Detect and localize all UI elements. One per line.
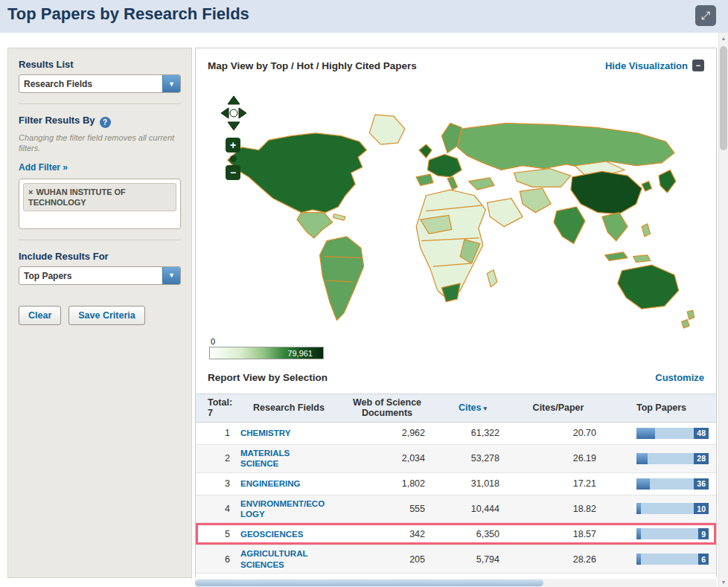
bar-fill [636, 428, 655, 439]
country-south-america[interactable] [320, 237, 364, 320]
filter-chip: ×WUHAN INSTITUTE OF TECHNOLOGY [23, 183, 176, 212]
country-caribbean[interactable] [333, 214, 345, 221]
map-pan-control[interactable] [220, 94, 248, 135]
top-papers-cell: 9 [607, 528, 716, 539]
cites-cell: 53,278 [435, 453, 510, 463]
total-label: Total: [208, 397, 237, 408]
country-italy[interactable] [447, 177, 457, 190]
filter-note: Changing the filter field removes all cu… [19, 132, 181, 154]
country-new-zealand-south[interactable] [682, 319, 689, 327]
zoom-out-button[interactable]: − [226, 165, 240, 180]
vertical-scrollbar[interactable]: ▲ ▼ [718, 33, 728, 587]
scroll-up-icon[interactable]: ▲ [719, 33, 728, 43]
country-turkey[interactable] [469, 178, 494, 190]
rank-cell: 2 [196, 453, 239, 463]
customize-link[interactable]: Customize [655, 372, 704, 383]
world-map[interactable] [208, 83, 704, 361]
country-indonesia[interactable] [605, 252, 628, 260]
add-filter-link[interactable]: Add Filter » [19, 162, 68, 173]
top-papers-cell: 28 [607, 453, 716, 464]
bar-value: 10 [694, 503, 709, 514]
research-field-link[interactable]: ENGINEERING [239, 475, 339, 492]
main-panel: Map View by Top / Hot / Highly Cited Pap… [195, 48, 717, 577]
cites-per-paper-cell: 28.26 [510, 554, 607, 565]
country-spain[interactable] [416, 174, 433, 185]
research-field-link[interactable]: GEOSCIENCES [239, 526, 339, 542]
wos-documents-cell: 2,962 [339, 428, 435, 438]
horizontal-scrollbar[interactable] [195, 579, 717, 587]
country-india[interactable] [554, 207, 585, 244]
rank-cell: 4 [196, 504, 239, 514]
column-cites-sort[interactable]: Cites▾ [435, 400, 510, 416]
horizontal-scrollbar-thumb[interactable] [195, 580, 543, 586]
include-results-dropdown[interactable]: Top Papers ▼ [19, 266, 181, 285]
chevron-down-icon: ▼ [162, 75, 180, 92]
clear-button[interactable]: Clear [19, 306, 61, 325]
research-field-link[interactable]: CHEMISTRY [239, 425, 339, 441]
bar-fill [636, 453, 648, 464]
table-row-highlighted: 5 GEOSCIENCES 342 6,350 18.57 9 [196, 523, 716, 545]
top-papers-bar: 36 [636, 478, 709, 490]
country-mexico[interactable] [297, 213, 333, 238]
bar-value: 28 [694, 453, 709, 464]
bar-value: 9 [698, 528, 709, 539]
country-new-zealand-north[interactable] [687, 310, 695, 319]
country-central-asia[interactable] [514, 169, 571, 187]
pan-up-icon [228, 96, 240, 104]
hide-visualization-link[interactable]: Hide Visualization − [605, 60, 704, 71]
world-map-container[interactable]: + − 0 79,961 [208, 83, 704, 361]
results-list-dropdown[interactable]: Research Fields ▼ [19, 74, 181, 93]
country-china[interactable] [571, 171, 642, 214]
column-top-papers: Top Papers [607, 400, 716, 416]
country-philippines[interactable] [642, 224, 650, 237]
country-uk[interactable] [419, 144, 432, 158]
vertical-scrollbar-thumb[interactable] [720, 46, 727, 150]
country-indonesia-east[interactable] [633, 255, 651, 263]
research-field-link[interactable]: AGRICULTURAL SCIENCES [239, 545, 339, 573]
country-greenland[interactable] [369, 115, 405, 144]
remove-filter-icon[interactable]: × [28, 187, 33, 196]
filter-results-label: Filter Results By? [19, 115, 181, 128]
research-field-link[interactable]: MATERIALS SCIENCE [239, 445, 339, 472]
top-papers-cell: 10 [607, 503, 716, 514]
country-europe[interactable] [427, 154, 462, 176]
table-row: 3 ENGINEERING 1,802 31,018 17.21 36 [196, 473, 716, 495]
results-list-label: Results List [19, 59, 181, 70]
country-saudi-arabia[interactable] [487, 199, 523, 227]
country-north-america[interactable] [228, 133, 367, 213]
results-list-value: Research Fields [19, 75, 162, 92]
map-legend: 0 79,961 [209, 337, 324, 359]
table-body: 1 CHEMISTRY 2,962 61,322 20.70 48 2 MATE… [196, 423, 716, 587]
zoom-in-button[interactable]: + [226, 138, 240, 153]
bar-value: 48 [694, 428, 709, 439]
fullscreen-icon[interactable]: ⤢ [695, 5, 716, 26]
country-russia[interactable] [457, 124, 674, 170]
bar-fill [636, 478, 650, 490]
country-iran[interactable] [520, 188, 551, 212]
country-japan[interactable] [659, 170, 676, 192]
pan-down-icon [228, 122, 240, 130]
bar-value: 6 [698, 554, 709, 565]
top-papers-bar: 48 [636, 428, 709, 439]
research-field-link[interactable]: ENVIRONMENT/ECOLOGY [239, 495, 339, 523]
report-view-title: Report View by Selection [208, 372, 328, 383]
divider [19, 103, 181, 104]
collapse-icon: − [692, 60, 704, 71]
country-southeast-asia[interactable] [602, 213, 628, 241]
legend-gradient-bar: 79,961 [209, 347, 324, 359]
bar-fill [636, 528, 641, 539]
total-header: Total: 7 [196, 394, 239, 422]
column-cites-label: Cites [459, 402, 482, 413]
pan-left-icon [221, 108, 229, 118]
scroll-down-icon[interactable]: ▼ [719, 577, 728, 587]
column-cites-per-paper: Cites/Paper [510, 400, 607, 416]
country-korea[interactable] [642, 182, 651, 191]
help-icon[interactable]: ? [100, 117, 111, 128]
zoom-slider-knob[interactable] [230, 155, 237, 162]
country-madagascar[interactable] [487, 270, 496, 287]
report-section-header: Report View by Selection Customize [196, 361, 716, 394]
save-criteria-button[interactable]: Save Criteria [68, 306, 144, 325]
sort-descending-icon: ▾ [484, 405, 488, 412]
country-australia[interactable] [618, 265, 679, 309]
rank-cell: 6 [196, 554, 239, 565]
